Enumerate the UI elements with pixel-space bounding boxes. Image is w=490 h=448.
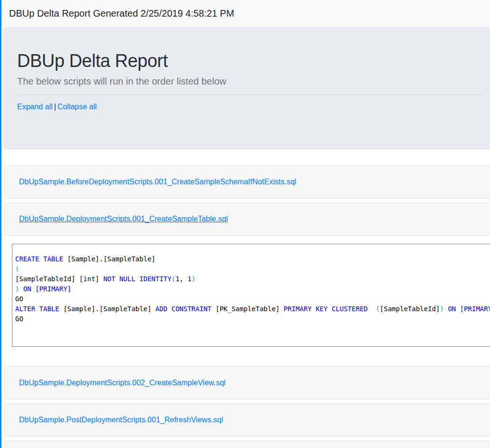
script-card: DbUpSample.BeforeDeploymentScripts.001_C… — [4, 165, 490, 199]
sql-code-block: CREATE TABLE [Sample].[SampleTable] ( [S… — [12, 244, 490, 347]
script-card: DbUpSample.PostDeploymentScripts.001_Ref… — [4, 403, 490, 437]
script-header[interactable]: DbUpSample.BeforeDeploymentScripts.001_C… — [4, 165, 490, 199]
script-card: DbUpSample.DeploymentScripts.001_CreateS… — [4, 202, 490, 362]
script-body: CREATE TABLE [Sample].[SampleTable] ( [S… — [4, 236, 490, 362]
collapse-all-link[interactable]: Collapse all — [58, 103, 97, 111]
script-list: DbUpSample.BeforeDeploymentScripts.001_C… — [4, 165, 490, 448]
script-link[interactable]: DbUpSample.DeploymentScripts.002_CreateS… — [19, 379, 226, 387]
navbar-title: DBUp Delta Report Generated 2/25/2019 4:… — [9, 8, 234, 19]
page-title: DBUp Delta Report — [17, 51, 482, 71]
jumbotron: DBUp Delta Report The below scripts will… — [3, 27, 490, 150]
script-card: DbUpSample.DeploymentScripts.002_CreateS… — [4, 366, 490, 400]
script-header[interactable]: DbUpSample.DeploymentScripts.001_CreateS… — [4, 202, 490, 236]
script-header[interactable]: DbUpSample.PostDeploymentScripts.001_Ref… — [4, 403, 490, 437]
script-header[interactable] — [4, 440, 490, 448]
divider — [17, 95, 482, 95]
link-separator: | — [53, 103, 58, 111]
script-card-partial — [4, 440, 490, 448]
script-header[interactable]: DbUpSample.DeploymentScripts.002_CreateS… — [4, 366, 490, 400]
expand-all-link[interactable]: Expand all — [17, 103, 53, 111]
script-link[interactable]: DbUpSample.PostDeploymentScripts.001_Ref… — [19, 416, 223, 424]
script-link[interactable]: DbUpSample.BeforeDeploymentScripts.001_C… — [19, 178, 296, 186]
page-subtitle: The below scripts will run in the order … — [17, 76, 482, 87]
toggle-links-row: Expand all|Collapse all — [17, 103, 482, 111]
script-link[interactable]: DbUpSample.DeploymentScripts.001_CreateS… — [19, 215, 228, 223]
navbar: DBUp Delta Report Generated 2/25/2019 4:… — [1, 0, 490, 27]
